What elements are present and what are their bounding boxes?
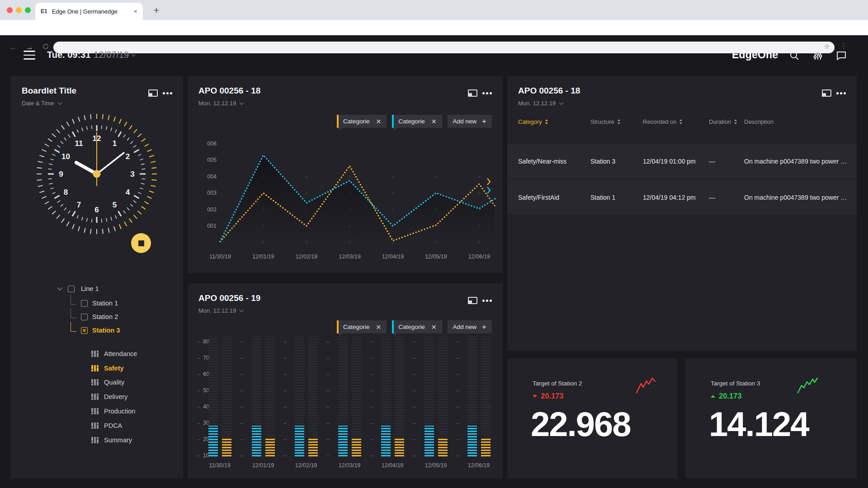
- checkbox[interactable]: [68, 286, 75, 292]
- header-time: Tue. 09:31: [47, 50, 90, 60]
- column-structure[interactable]: Structure: [590, 118, 643, 125]
- new-tab-button[interactable]: +: [150, 5, 163, 17]
- tree-item-station2[interactable]: Station 2: [71, 311, 118, 323]
- svg-text:1: 1: [113, 139, 117, 148]
- boardlet-grid-icon: [91, 365, 99, 371]
- sort-icon: [618, 119, 620, 124]
- screen: E1 Edge One | Germanedge × + ← → ☆ ⋮ Tue…: [0, 0, 868, 488]
- table-row[interactable]: Safety/Near-miss Station 3 12/04/19 01:0…: [507, 144, 857, 178]
- sparkline-up-icon: [796, 376, 820, 395]
- svg-text:4: 4: [126, 188, 130, 197]
- date-select[interactable]: Mon. 12.12.19: [198, 100, 243, 107]
- menu-item-safety[interactable]: Safety: [91, 363, 124, 374]
- checkbox-checked[interactable]: [81, 327, 88, 334]
- remove-chip-icon[interactable]: ✕: [431, 118, 437, 125]
- stop-button[interactable]: [131, 233, 151, 253]
- menu-item-delivery[interactable]: Delivery: [91, 391, 127, 402]
- analog-clock: 121234567891011: [29, 106, 165, 242]
- boardlet-title: Boardlet Title: [22, 86, 76, 96]
- tree-item-station1[interactable]: Station 1: [71, 297, 118, 309]
- sort-icon: [545, 119, 548, 124]
- remove-chip-icon[interactable]: ✕: [376, 118, 382, 125]
- menu-item-quality[interactable]: Quality: [91, 377, 124, 388]
- expand-boardlet-icon[interactable]: [822, 89, 831, 97]
- column-category[interactable]: Category: [518, 118, 590, 125]
- column-description[interactable]: Description: [744, 118, 857, 125]
- svg-text:12/05/19: 12/05/19: [425, 253, 447, 260]
- add-new-button[interactable]: Add new +: [448, 115, 492, 128]
- favicon: E1: [41, 8, 47, 14]
- tree-connector: [71, 308, 76, 318]
- svg-text:11/30/19: 11/30/19: [209, 253, 231, 260]
- menu-item-summary[interactable]: Summary: [91, 435, 132, 446]
- tab-close-icon[interactable]: ×: [134, 8, 137, 15]
- svg-text:004: 004: [207, 174, 217, 180]
- svg-text:7: 7: [77, 201, 81, 209]
- header-datetime[interactable]: Tue. 09:31 12/07/19: [47, 50, 135, 60]
- sort-icon: [734, 119, 737, 124]
- filter-sliders-icon[interactable]: [812, 50, 823, 61]
- svg-text:11: 11: [75, 139, 83, 148]
- minimize-window-button[interactable]: [16, 7, 22, 13]
- more-options-icon[interactable]: [163, 92, 172, 94]
- chat-icon[interactable]: [836, 50, 847, 61]
- column-recorded-on[interactable]: Recorded on: [643, 118, 709, 125]
- trend-down-icon: [533, 395, 537, 398]
- tree-item-line1[interactable]: Line 1: [58, 283, 99, 295]
- more-options-icon[interactable]: [482, 92, 492, 94]
- svg-text:3: 3: [130, 170, 134, 178]
- chevron-down-icon: [57, 100, 62, 105]
- tab-title: Edge One | Germanedge: [52, 8, 129, 15]
- column-duration[interactable]: Duration: [709, 118, 744, 125]
- browser-tab[interactable]: E1 Edge One | Germanedge ×: [35, 3, 143, 20]
- checkbox[interactable]: [81, 314, 88, 320]
- svg-text:12/02/19: 12/02/19: [296, 253, 318, 260]
- browser-toolbar: ← → ☆ ⋮: [0, 20, 868, 35]
- bookmark-star-icon[interactable]: ☆: [824, 42, 830, 51]
- apo18-events-table-panel: APO 00256 - 18 Mon. 12.12.19 Category St…: [507, 76, 857, 351]
- sparkline-down-icon: [635, 376, 658, 395]
- table-header: Category Structure Recorded on Duration …: [507, 118, 857, 125]
- svg-text:8: 8: [64, 188, 68, 197]
- boardlet-grid-icon: [91, 394, 99, 400]
- more-options-icon[interactable]: [836, 92, 846, 94]
- svg-text:6: 6: [94, 206, 99, 214]
- svg-text:12/06/19: 12/06/19: [468, 253, 491, 260]
- svg-text:5: 5: [113, 201, 117, 209]
- tree-item-station3[interactable]: Station 3: [71, 324, 120, 336]
- boardlet-grid-icon: [91, 379, 99, 385]
- svg-text:006: 006: [207, 141, 217, 147]
- back-icon[interactable]: ←: [7, 42, 19, 53]
- menu-item-production[interactable]: Production: [91, 406, 135, 417]
- close-window-button[interactable]: [7, 7, 13, 13]
- checkbox[interactable]: [81, 300, 88, 307]
- svg-text:9: 9: [59, 170, 63, 178]
- kpi-delta: 20.173: [533, 392, 563, 400]
- boardlet-grid-icon: [91, 437, 99, 443]
- menu-item-pdca[interactable]: PDCA: [91, 420, 122, 431]
- boardlet-type-select[interactable]: Date & Time: [22, 100, 61, 107]
- expand-boardlet-icon[interactable]: [468, 89, 477, 97]
- maximize-window-button[interactable]: [25, 7, 31, 13]
- table-row[interactable]: Safety/FirstAid Station 1 12/04/19 04:12…: [507, 180, 857, 215]
- expand-boardlet-icon[interactable]: [148, 89, 158, 97]
- hamburger-menu-icon[interactable]: [24, 51, 35, 60]
- kpi-title: Target of Station 2: [533, 380, 582, 387]
- browser-menu-icon[interactable]: ⋮: [840, 42, 847, 50]
- kpi-value: 22.968: [531, 404, 630, 444]
- apo18-line-chart-panel: APO 00256 - 18 Mon. 12.12.19 Categorie ✕…: [188, 76, 503, 273]
- date-select[interactable]: Mon. 12.12.19: [518, 100, 563, 107]
- menu-item-attendance[interactable]: Attendance: [91, 348, 137, 359]
- kpi-value: 14.124: [709, 404, 808, 444]
- sort-icon: [679, 119, 682, 124]
- svg-text:12/03/19: 12/03/19: [339, 253, 361, 260]
- svg-text:001: 001: [207, 223, 217, 229]
- search-icon[interactable]: [789, 50, 800, 61]
- address-bar[interactable]: [53, 42, 835, 53]
- kpi-card-station2: Target of Station 2 20.173 22.968: [507, 358, 677, 479]
- chevron-down-icon: [559, 100, 564, 105]
- category-chip-cyan[interactable]: Categorie ✕: [392, 115, 442, 128]
- svg-text:10: 10: [61, 152, 70, 161]
- chevron-down-icon[interactable]: [57, 285, 62, 290]
- category-chip-yellow[interactable]: Categorie ✕: [337, 115, 387, 128]
